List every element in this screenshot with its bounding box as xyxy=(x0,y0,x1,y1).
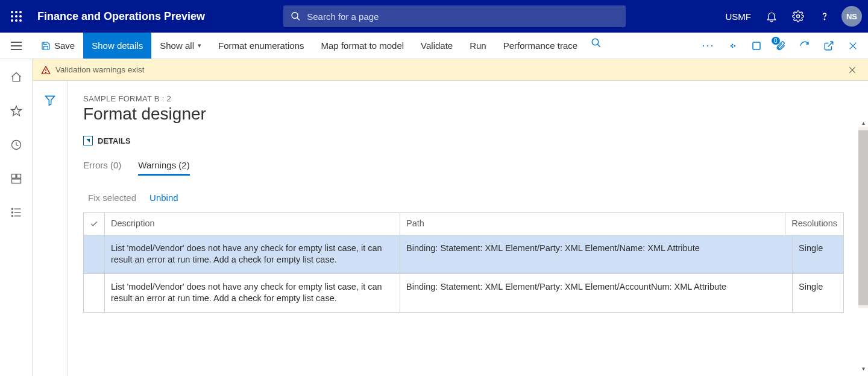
col-path[interactable]: Path xyxy=(400,213,785,235)
svg-rect-25 xyxy=(16,174,20,179)
svg-point-9 xyxy=(292,13,298,19)
home-icon[interactable] xyxy=(7,68,26,87)
message-text: Validation warnings exist xyxy=(55,65,145,74)
col-description[interactable]: Description xyxy=(104,213,400,235)
svg-point-16 xyxy=(592,39,599,45)
search-input[interactable] xyxy=(307,11,618,22)
main-content: SAMPLE FORMAT B : 2 Format designer DETA… xyxy=(68,81,856,376)
workspaces-icon[interactable] xyxy=(7,169,26,188)
svg-point-12 xyxy=(824,19,825,19)
svg-point-0 xyxy=(11,11,13,13)
svg-line-17 xyxy=(597,44,600,47)
table-row[interactable]: List 'model/Vendor' does not have any ch… xyxy=(84,274,843,313)
warnings-grid: Description Path Resolutions List 'model… xyxy=(83,212,844,313)
svg-point-2 xyxy=(19,11,22,13)
action-pane: Save Show details Show all ▾ Format enum… xyxy=(0,33,868,59)
app-title: Finance and Operations Preview xyxy=(37,10,205,23)
map-format-button[interactable]: Map format to model xyxy=(313,33,413,59)
tab-errors[interactable]: Errors (0) xyxy=(83,160,121,176)
nav-hamburger-icon[interactable] xyxy=(0,33,33,59)
performance-trace-button[interactable]: Performance trace xyxy=(495,33,586,59)
tab-strip: Errors (0) Warnings (2) xyxy=(83,160,844,176)
svg-point-30 xyxy=(11,208,13,209)
favorites-star-icon[interactable] xyxy=(7,101,26,121)
close-icon[interactable] xyxy=(843,36,863,56)
select-all-checkbox[interactable] xyxy=(84,213,104,235)
messagebar-close-icon[interactable] xyxy=(845,63,860,77)
cell-description: List 'model/Vendor' does not have any ch… xyxy=(104,235,400,273)
cell-description: List 'model/Vendor' does not have any ch… xyxy=(104,274,400,312)
grid-actions: Fix selected Unbind xyxy=(83,193,844,203)
cell-path: Binding: Statement: XML Element/Party: X… xyxy=(400,235,792,273)
chevron-down-icon: ▾ xyxy=(198,42,201,49)
svg-point-1 xyxy=(15,11,17,13)
validate-button[interactable]: Validate xyxy=(412,33,461,59)
scrollbar-thumb[interactable] xyxy=(858,130,868,305)
filter-funnel-icon[interactable] xyxy=(42,92,58,109)
nav-rail xyxy=(0,59,33,376)
svg-line-10 xyxy=(297,18,300,20)
modules-list-icon[interactable] xyxy=(7,203,26,222)
breadcrumb: SAMPLE FORMAT B : 2 xyxy=(83,94,844,103)
cell-path: Binding: Statement: XML Element/Party: X… xyxy=(400,274,792,312)
svg-point-4 xyxy=(15,15,17,18)
svg-point-6 xyxy=(11,19,13,22)
svg-line-19 xyxy=(828,42,833,46)
recent-clock-icon[interactable] xyxy=(7,135,26,155)
unbind-link[interactable]: Unbind xyxy=(149,193,178,203)
svg-point-7 xyxy=(15,19,17,22)
table-row[interactable]: List 'model/Vendor' does not have any ch… xyxy=(84,235,843,274)
show-details-button[interactable]: Show details xyxy=(83,33,151,59)
waffle-icon[interactable] xyxy=(6,6,27,27)
bell-icon[interactable] xyxy=(762,7,781,26)
filter-column xyxy=(33,81,68,376)
row-checkbox[interactable] xyxy=(84,235,104,273)
cell-resolutions: Single xyxy=(792,274,843,312)
show-all-button[interactable]: Show all ▾ xyxy=(151,33,210,59)
grid-header-row: Description Path Resolutions xyxy=(84,213,843,235)
svg-point-3 xyxy=(11,15,13,18)
svg-point-31 xyxy=(11,212,13,213)
find-icon[interactable] xyxy=(586,33,606,53)
message-bar: Validation warnings exist xyxy=(33,59,868,81)
svg-point-8 xyxy=(19,19,22,22)
svg-marker-37 xyxy=(45,96,54,105)
avatar[interactable]: NS xyxy=(841,6,862,27)
global-header: Finance and Operations Preview USMF xyxy=(0,0,868,33)
attachments-badge: 0 xyxy=(772,37,780,45)
svg-point-32 xyxy=(11,215,13,217)
expander-icon xyxy=(83,136,93,145)
svg-rect-24 xyxy=(11,174,16,179)
global-search[interactable] xyxy=(283,5,626,27)
fix-selected-link[interactable]: Fix selected xyxy=(88,193,136,203)
tab-warnings[interactable]: Warnings (2) xyxy=(138,160,189,176)
svg-marker-22 xyxy=(11,106,21,116)
svg-point-11 xyxy=(797,15,800,18)
azure-icon[interactable] xyxy=(722,36,743,56)
svg-rect-18 xyxy=(753,42,760,49)
format-enumerations-button[interactable]: Format enumerations xyxy=(210,33,313,59)
company-label[interactable]: USMF xyxy=(726,11,752,22)
scroll-down-icon[interactable]: ▾ xyxy=(860,365,867,372)
svg-rect-26 xyxy=(11,179,20,183)
warning-icon xyxy=(41,65,51,75)
details-expander[interactable]: DETAILS xyxy=(83,136,844,145)
office-icon[interactable] xyxy=(746,36,767,56)
svg-point-5 xyxy=(19,15,22,18)
svg-point-34 xyxy=(45,72,46,72)
page-title: Format designer xyxy=(83,104,844,124)
search-icon xyxy=(291,11,301,22)
more-icon[interactable]: ··· xyxy=(698,36,719,56)
popout-icon[interactable] xyxy=(819,36,839,56)
save-button[interactable]: Save xyxy=(33,33,83,59)
cell-resolutions: Single xyxy=(792,235,843,273)
gear-icon[interactable] xyxy=(788,7,808,26)
save-icon xyxy=(41,41,51,51)
row-checkbox[interactable] xyxy=(84,274,104,312)
refresh-icon[interactable] xyxy=(794,36,815,56)
col-resolutions[interactable]: Resolutions xyxy=(785,213,843,235)
attachments-icon[interactable]: 0 xyxy=(770,36,791,56)
help-icon[interactable] xyxy=(815,7,834,26)
scroll-up-icon[interactable]: ▴ xyxy=(860,119,867,127)
run-button[interactable]: Run xyxy=(461,33,495,59)
